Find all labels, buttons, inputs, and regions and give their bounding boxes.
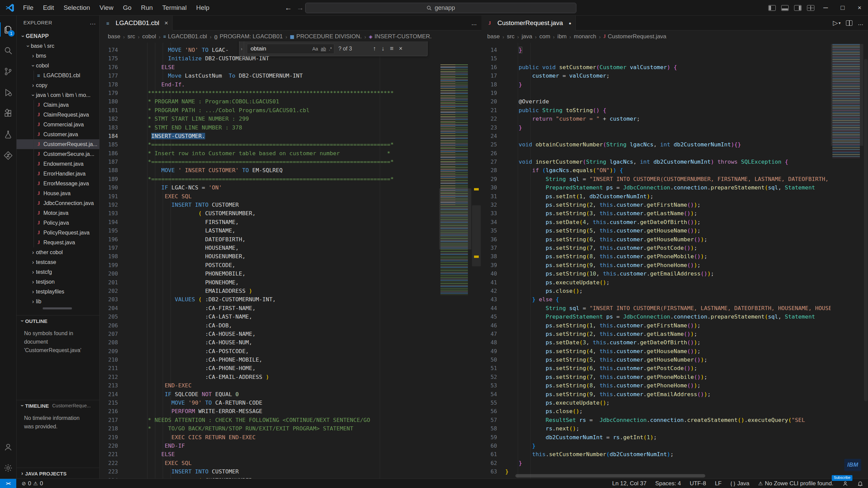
modified-dot-icon[interactable]: ● [569, 21, 571, 26]
testing-icon[interactable] [0, 124, 17, 145]
code-line[interactable]: 56 ps.close(); [481, 407, 831, 415]
explorer-more-actions-icon[interactable]: ... [90, 19, 96, 26]
tree-item-testplayfiles[interactable]: ›testplayfiles [17, 287, 99, 297]
breadcrumb-item[interactable]: cobol [142, 33, 156, 40]
code-line[interactable]: 211 :CA-PHONE-HOME, [100, 364, 439, 372]
code-line[interactable]: 18 } [481, 80, 831, 89]
settings-gear-icon[interactable] [0, 458, 17, 479]
breadcrumb-item[interactable]: java [522, 33, 532, 40]
java-projects-header[interactable]: › JAVA PROJECTS [17, 468, 99, 479]
tree-item-request-java[interactable]: JRequest.java [17, 238, 99, 247]
breadcrumb-item[interactable]: ◈INSERT-CUSTOMER. [369, 33, 432, 40]
tree-item-cobol[interactable]: ›cobol [17, 61, 99, 70]
customize-layout-icon[interactable] [807, 5, 814, 11]
run-button[interactable]: ▷▾ [833, 19, 841, 27]
code-line[interactable]: 190 IF LGAC-NCS = 'ON' [100, 183, 439, 192]
tree-item-motor-java[interactable]: JMotor.java [17, 208, 99, 218]
tree-item-policy-java[interactable]: JPolicy.java [17, 218, 99, 228]
subscribe-badge[interactable]: Subscribe [832, 475, 852, 481]
tab-customerrequest[interactable]: J CustomerRequest.java ● [481, 16, 576, 30]
code-line[interactable]: 219 EXEC CICS RETURN END-EXEC [100, 433, 439, 442]
code-line[interactable]: 41 ps.executeUpdate(); [481, 278, 831, 287]
menu-go[interactable]: Go [118, 0, 136, 15]
code-line[interactable]: 42 ps.close(); [481, 287, 831, 295]
code-line[interactable]: 177 Move LastCustNum To DB2-CUSTOMERNUM-… [100, 72, 439, 80]
code-line[interactable]: 220 END-IF [100, 442, 439, 450]
find-next-icon[interactable]: ↓ [381, 45, 384, 52]
tree-item-other-cobol[interactable]: ›other cobol [17, 247, 99, 257]
indentation-status[interactable]: Spaces: 4 [655, 480, 681, 487]
minimize-button[interactable]: ─ [817, 0, 834, 16]
code-line[interactable]: 214 IF SQLCODE NOT EQUAL 0 [100, 390, 439, 399]
code-line[interactable]: 33 ps.setString(3, this.customer.getLast… [481, 209, 831, 218]
breadcrumb-item[interactable]: JCustomerRequest.java [603, 33, 666, 40]
split-editor-icon[interactable] [846, 20, 852, 26]
code-line[interactable]: 61 this.setCustomerNumber(db2CustomerNum… [481, 450, 831, 459]
code-line[interactable]: 14 } [481, 46, 831, 54]
overview-ruler-left[interactable] [471, 43, 481, 479]
code-line[interactable]: 213 END-EXEC [100, 381, 439, 390]
language-mode[interactable]: { } Java [730, 480, 749, 487]
whole-word-icon[interactable]: ab [321, 46, 326, 52]
code-line[interactable]: 15 [481, 54, 831, 63]
find-close-icon[interactable]: × [399, 45, 403, 52]
code-line[interactable]: 57 ResultSet rs = JdbcConnection.connect… [481, 416, 831, 424]
tree-item-copy[interactable]: ›copy [17, 80, 99, 90]
code-line[interactable]: 27 void insertCustomer(String lgacNcs, i… [481, 158, 831, 166]
menu-terminal[interactable]: Terminal [158, 0, 192, 15]
code-line[interactable]: 30 PreparedStatement ps = JdbcConnection… [481, 183, 831, 192]
code-line[interactable]: 187*====================================… [100, 158, 439, 166]
code-line[interactable]: 195 LASTNAME, [100, 226, 439, 235]
scrollbar-horizontal[interactable] [515, 474, 705, 477]
timeline-header[interactable]: › TIMELINE CustomerReque... [17, 400, 99, 411]
scrollbar-vertical[interactable] [864, 59, 868, 401]
feedback-person-icon[interactable] [842, 481, 848, 487]
tab-lgacdb01[interactable]: ≡ LGACDB01.cbl × [100, 16, 173, 30]
tree-item-endowment-java[interactable]: JEndowment.java [17, 159, 99, 169]
cursor-position[interactable]: Ln 12, Col 37 [612, 480, 646, 487]
find-toggle-replace-icon[interactable]: › [239, 41, 244, 56]
code-line[interactable]: 49 ps.setString(4, this.customer.getHous… [481, 347, 831, 355]
code-line[interactable]: 188 MOVE ' INSERT CUSTOMER' TO EM-SQLREQ [100, 166, 439, 175]
code-line[interactable]: 54 ps.setString(9, this.customer.getEmai… [481, 390, 831, 399]
code-line[interactable]: 181* PROGRAM PATH : .../Cobol Programs/L… [100, 106, 439, 115]
regex-icon[interactable]: .* [329, 46, 332, 52]
code-line[interactable]: 31 ps.setInt(1, db2CustomerNumInt); [481, 192, 831, 201]
editor-more-actions-icon[interactable]: ... [471, 19, 477, 27]
extensions-icon[interactable] [0, 103, 17, 124]
code-line[interactable]: 38 ps.setString(8, this.customer.getPhon… [481, 252, 831, 261]
tree-item-claim-java[interactable]: JClaim.java [17, 100, 99, 110]
find-in-selection-icon[interactable]: ≡ [390, 45, 394, 52]
breadcrumb-item[interactable]: ▦PROCEDURE DIVISION. [290, 33, 362, 40]
code-line[interactable]: 208 :CA-HOUSE-NUM, [100, 338, 439, 347]
tree-item-house-java[interactable]: JHouse.java [17, 188, 99, 198]
tree-item-errormessage-java[interactable]: JErrorMessage.java [17, 179, 99, 188]
zowe-status[interactable]: ⚠ No Zowe CLI profile found. [758, 480, 833, 487]
code-editor-cobol[interactable]: 174 MOVE 'NO' TO LGAC-175 Initialize DB2… [100, 43, 481, 479]
tree-item-testcfg[interactable]: ›testcfg [17, 267, 99, 277]
toggle-panel-icon[interactable] [781, 5, 789, 11]
code-line[interactable]: 51 ps.setString(6, this.customer.getPost… [481, 364, 831, 372]
breadcrumb-item[interactable]: base [108, 33, 120, 40]
code-line[interactable]: 25 void obtainCustomerNumber(String lgac… [481, 140, 831, 149]
code-line[interactable]: 215 MOVE '90' TO CA-RETURN-CODE [100, 399, 439, 407]
code-line[interactable]: 36 ps.setString(6, this.customer.getHous… [481, 235, 831, 244]
code-line[interactable]: 22 return "customer = " + customer; [481, 115, 831, 123]
breadcrumb-item[interactable]: base [487, 33, 500, 40]
find-input[interactable]: obtain Aa ab .* [247, 44, 334, 54]
menu-run[interactable]: Run [136, 0, 158, 15]
explorer-icon[interactable]: 1 [0, 19, 17, 40]
code-line[interactable]: 44 String sql = "INSERT INTO CUSTOMER(FI… [481, 304, 831, 312]
menu-file[interactable]: File [18, 0, 38, 15]
close-button[interactable]: × [851, 0, 868, 16]
menu-help[interactable]: Help [191, 0, 214, 15]
notifications-bell-icon[interactable] [857, 481, 863, 487]
tree-item-genapp[interactable]: ›GENAPP [17, 31, 99, 41]
tree-item-testjson[interactable]: ›testjson [17, 277, 99, 287]
code-line[interactable]: 180* PROGRAM NAME : Program:COBOL:LGACUS… [100, 97, 439, 106]
match-case-icon[interactable]: Aa [312, 46, 318, 52]
code-line[interactable]: 20 @Override [481, 97, 831, 106]
code-line[interactable]: 32 ps.setString(2, this.customer.getFirs… [481, 201, 831, 209]
code-line[interactable]: 34 ps.setDate(4, this.customer.getDateOf… [481, 218, 831, 226]
code-line[interactable]: 205 :CA-LAST-NAME, [100, 312, 439, 321]
